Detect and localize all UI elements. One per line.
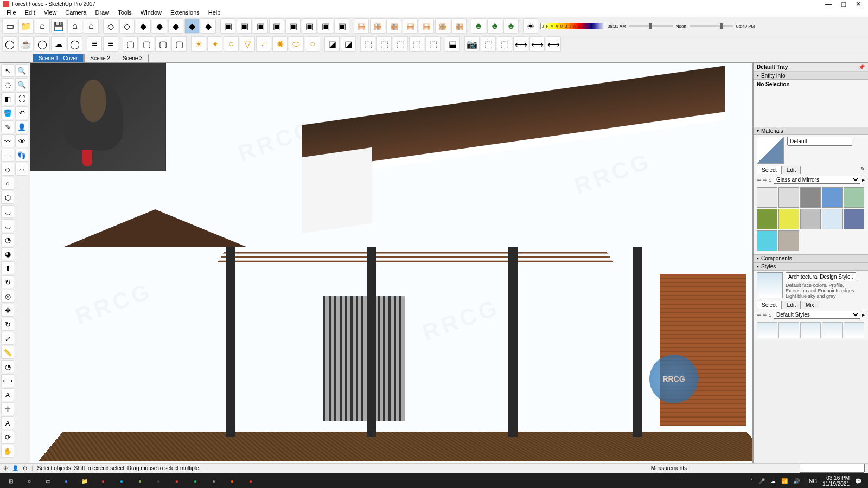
teapot-icon[interactable]: ☕: [18, 36, 34, 52]
polygon-icon[interactable]: ⬡: [1, 191, 14, 204]
align-2-icon[interactable]: ≡: [103, 36, 118, 52]
credits-icon[interactable]: ⊙: [23, 465, 27, 471]
scene-tab-2[interactable]: Scene 2: [84, 54, 116, 62]
notifications-icon[interactable]: 💬: [855, 478, 861, 484]
circle-2-icon[interactable]: ◯: [35, 36, 50, 52]
open-icon[interactable]: 📁: [18, 18, 34, 34]
details-style-icon[interactable]: ▸: [862, 312, 865, 318]
wire-3-icon[interactable]: ⬚: [393, 36, 408, 52]
paint-icon[interactable]: 🪣: [1, 106, 14, 119]
material-swatch[interactable]: [800, 187, 821, 208]
styles-tab-mix[interactable]: Mix: [801, 301, 819, 309]
tray-wifi-icon[interactable]: 📶: [781, 478, 788, 484]
eyedropper-icon[interactable]: ✎: [860, 166, 865, 174]
render-4-icon[interactable]: ◆: [152, 18, 167, 34]
tray-cloud-icon[interactable]: ☁: [770, 478, 776, 484]
menu-window[interactable]: Window: [136, 9, 166, 16]
render-3-icon[interactable]: ◆: [136, 18, 151, 34]
dimension-icon[interactable]: ⟷: [1, 374, 14, 387]
light-3-icon[interactable]: ○: [224, 36, 239, 52]
rotrect-icon[interactable]: ◇: [1, 163, 14, 176]
geo-icon[interactable]: ⊕: [3, 465, 8, 471]
style-thumb[interactable]: [822, 322, 843, 338]
rect-icon[interactable]: ▭: [1, 149, 14, 162]
menu-tools[interactable]: Tools: [113, 9, 136, 16]
iso-4-icon[interactable]: ▣: [269, 18, 284, 34]
tree-1-icon[interactable]: ♣: [471, 18, 486, 34]
materials-tab-edit[interactable]: Edit: [782, 166, 801, 174]
prev-icon[interactable]: ↶: [15, 106, 28, 119]
material-swatch[interactable]: [778, 187, 799, 208]
wire-4-icon[interactable]: ⬚: [409, 36, 424, 52]
dim-3-icon[interactable]: ⟷: [546, 36, 561, 52]
arc2-icon[interactable]: ◡: [1, 219, 14, 232]
position-icon[interactable]: 👤: [15, 120, 28, 133]
menu-extensions[interactable]: Extensions: [166, 9, 204, 16]
details-icon[interactable]: ▸: [862, 177, 865, 183]
style-thumb[interactable]: [757, 322, 777, 338]
cam-2-icon[interactable]: ⬚: [481, 36, 496, 52]
dim-1-icon[interactable]: ⟷: [513, 36, 528, 52]
styles-tab-edit[interactable]: Edit: [782, 301, 801, 309]
styles-collection-select[interactable]: Default Styles: [774, 311, 860, 319]
dim-2-icon[interactable]: ⟷: [529, 36, 545, 52]
minimize-button[interactable]: —: [825, 0, 832, 8]
cam-3-icon[interactable]: ⬚: [497, 36, 512, 52]
zoomext-icon[interactable]: ⛶: [15, 92, 28, 105]
style-thumb[interactable]: [844, 322, 864, 338]
scale-icon[interactable]: ⤢: [1, 332, 14, 345]
followme-icon[interactable]: ↻: [1, 275, 14, 288]
home-icon[interactable]: ⌂: [35, 18, 50, 34]
tree-3-icon[interactable]: ♣: [503, 18, 519, 34]
sandbox-3-icon[interactable]: ▦: [386, 18, 401, 34]
eraser-icon[interactable]: ◧: [1, 92, 14, 105]
components-header[interactable]: Components: [754, 254, 868, 262]
iso-6-icon[interactable]: ▣: [302, 18, 317, 34]
material-swatch[interactable]: [822, 209, 843, 229]
shadow-toggle-icon[interactable]: ☀: [523, 18, 538, 34]
pushpull-icon[interactable]: ⬆: [1, 261, 14, 274]
align-1-icon[interactable]: ≡: [87, 36, 102, 52]
app-icon[interactable]: ●: [187, 474, 204, 488]
app-icon[interactable]: ●: [113, 474, 130, 488]
light-4-icon[interactable]: ▽: [240, 36, 255, 52]
material-swatch[interactable]: [757, 187, 777, 208]
move-icon[interactable]: ✥: [1, 304, 14, 317]
taskview-icon[interactable]: ▭: [39, 474, 56, 488]
solid-1-icon[interactable]: ◪: [324, 36, 340, 52]
circle-1-icon[interactable]: ◯: [2, 36, 17, 52]
shadow-time-slider[interactable]: 08:01 AM Noon 05:40 PM: [608, 24, 755, 29]
app-icon[interactable]: ●: [150, 474, 167, 488]
material-name-field[interactable]: [787, 137, 852, 146]
arc3-icon[interactable]: ◔: [1, 233, 14, 246]
window-3-icon[interactable]: ▢: [155, 36, 170, 52]
sandbox-2-icon[interactable]: ▦: [370, 18, 385, 34]
solid-2-icon[interactable]: ◪: [341, 36, 356, 52]
fwd-style-icon[interactable]: ⇨: [763, 312, 767, 318]
freehand-icon[interactable]: 〰: [1, 134, 14, 147]
pie-icon[interactable]: ◕: [1, 247, 14, 260]
entity-info-header[interactable]: Entity Info: [754, 72, 868, 80]
render-5-icon[interactable]: ◆: [168, 18, 183, 34]
light-2-icon[interactable]: ✦: [207, 36, 222, 52]
house-fill-icon[interactable]: ⌂: [84, 18, 99, 34]
sandbox-4-icon[interactable]: ▦: [403, 18, 418, 34]
user-icon[interactable]: 👤: [12, 465, 18, 471]
app-icon[interactable]: ●: [131, 474, 149, 488]
wire-1-icon[interactable]: ⬚: [360, 36, 375, 52]
rotate-icon[interactable]: ↻: [1, 318, 14, 331]
light-5-icon[interactable]: ⟋: [256, 36, 271, 52]
viewport[interactable]: RRCG RRCG RRCG RRCG RRCG: [30, 63, 753, 463]
wire-5-icon[interactable]: ⬚: [425, 36, 441, 52]
tape-icon[interactable]: 📏: [1, 346, 14, 359]
material-swatch[interactable]: [778, 209, 799, 229]
style-thumb[interactable]: [778, 322, 799, 338]
zoomwin-icon[interactable]: 🔍: [15, 78, 28, 91]
iso-3-icon[interactable]: ▣: [253, 18, 268, 34]
material-swatch[interactable]: [757, 209, 777, 229]
style-name-field[interactable]: [786, 272, 856, 281]
lasso-icon[interactable]: ◌: [1, 78, 14, 91]
pan-icon[interactable]: ✋: [1, 445, 14, 458]
render-2-icon[interactable]: ◇: [119, 18, 135, 34]
app-icon[interactable]: ●: [94, 474, 112, 488]
